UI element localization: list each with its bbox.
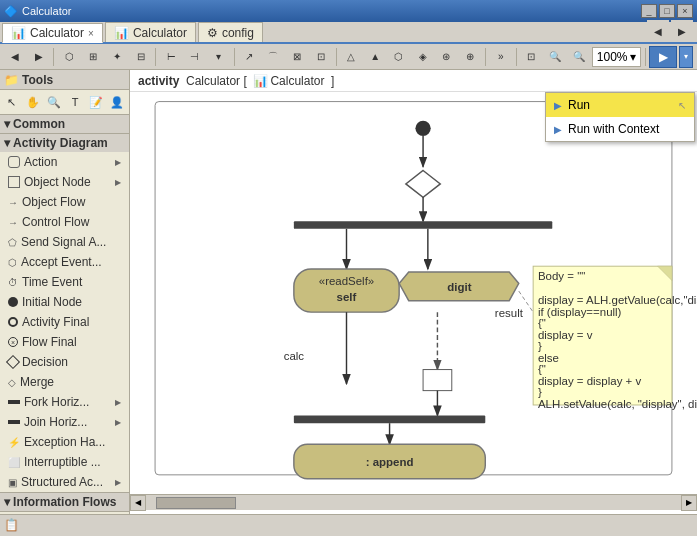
object-node-icon: [8, 176, 20, 188]
object-node-label: Object Node: [24, 175, 91, 189]
panel-item-accept-event[interactable]: ⬡ Accept Event...: [0, 252, 129, 272]
tool10[interactable]: ◈: [412, 46, 434, 68]
panel-item-structured-ac[interactable]: ▣ Structured Ac... ▶: [0, 472, 129, 492]
panel-item-time-event[interactable]: ⏱ Time Event: [0, 272, 129, 292]
send-signal-icon: ⬠: [8, 237, 17, 248]
pointer-tool[interactable]: ↖: [2, 92, 21, 112]
back-button[interactable]: ◀: [4, 46, 26, 68]
object-node-arrow: ▶: [115, 178, 121, 187]
info-flows-title[interactable]: ▾ Information Flows: [0, 493, 129, 511]
hand-tool[interactable]: ✋: [23, 92, 42, 112]
connect-tool[interactable]: ↗: [239, 46, 261, 68]
tool7[interactable]: △: [340, 46, 362, 68]
more-tools[interactable]: »: [490, 46, 512, 68]
tool5[interactable]: ⊠: [286, 46, 308, 68]
activity-diagram-title[interactable]: ▾ Activity Diagram: [0, 134, 129, 152]
panel-item-action[interactable]: Action ▶: [0, 152, 129, 172]
merge-label: Merge: [20, 375, 54, 389]
accept-event-icon: ⬡: [8, 257, 17, 268]
align-tool[interactable]: ⊢: [160, 46, 182, 68]
action-label: Action: [24, 155, 57, 169]
zoom-tool[interactable]: 🔍: [44, 92, 63, 112]
tab-label-calculator2: Calculator: [133, 26, 187, 40]
tool9[interactable]: ⬡: [388, 46, 410, 68]
minimize-button[interactable]: _: [641, 4, 657, 18]
tool6[interactable]: ⊡: [310, 46, 332, 68]
panel-item-object-flow[interactable]: → Object Flow: [0, 192, 129, 212]
svg-rect-31: [423, 370, 452, 391]
run-menu-item[interactable]: ▶ Run ↖: [546, 93, 694, 117]
svg-rect-13: [533, 266, 672, 405]
close-button[interactable]: ×: [677, 4, 693, 18]
tab-config[interactable]: ⚙ config: [198, 22, 263, 42]
tools-header[interactable]: 📁 Tools: [0, 70, 129, 90]
panel-item-activity-final[interactable]: Activity Final: [0, 312, 129, 332]
control-flow-icon: →: [8, 217, 18, 228]
svg-text:digit: digit: [447, 281, 471, 293]
panel-item-interruptible[interactable]: ⬜ Interruptible ...: [0, 452, 129, 472]
horizontal-scrollbar[interactable]: ◀ ▶: [130, 494, 697, 510]
title-bar: 🔷 Calculator _ □ ×: [0, 0, 697, 22]
tab-calculator2[interactable]: 📊 Calculator: [105, 22, 196, 42]
panel-item-decision[interactable]: Decision: [0, 352, 129, 372]
canvas-content[interactable]: «readSelf» self digit result Body = "" d…: [130, 92, 697, 494]
panel-item-merge[interactable]: ◇ Merge: [0, 372, 129, 392]
decision-icon: [6, 355, 20, 369]
zoom-in[interactable]: 🔍: [568, 46, 590, 68]
common-label: Common: [13, 117, 65, 131]
scroll-left-btn[interactable]: ◀: [130, 495, 146, 511]
panel-item-flow-final[interactable]: × Flow Final: [0, 332, 129, 352]
run-dropdown-arrow[interactable]: ▾: [679, 46, 693, 68]
exception-ha-icon: ⚡: [8, 437, 20, 448]
svg-text:: append: : append: [366, 456, 414, 468]
scroll-thumb-h[interactable]: [156, 497, 236, 509]
svg-text:else: else: [538, 352, 559, 364]
tab-calculator1[interactable]: 📊 Calculator ×: [2, 23, 103, 43]
zoom-dropdown[interactable]: 100% ▾: [592, 47, 641, 67]
tool-buttons-row: ↖ ✋ 🔍 T 📝 👤: [0, 90, 129, 115]
tab-close-calculator1[interactable]: ×: [88, 28, 94, 39]
panel-item-join-horiz[interactable]: Join Horiz... ▶: [0, 412, 129, 432]
select-tool[interactable]: ⬡: [58, 46, 80, 68]
line-tool[interactable]: ⌒: [262, 46, 284, 68]
panel-item-exception-ha[interactable]: ⚡ Exception Ha...: [0, 432, 129, 452]
tool2[interactable]: ⊞: [82, 46, 104, 68]
nav-left-button[interactable]: ◀: [647, 20, 669, 42]
common-section-title[interactable]: ▾ Common: [0, 115, 129, 133]
title-bar-text: Calculator: [22, 5, 641, 17]
accept-event-label: Accept Event...: [21, 255, 102, 269]
dropdown-arrow1[interactable]: ▾: [208, 46, 230, 68]
run-button[interactable]: ▶: [649, 46, 677, 68]
run-menu-icon: ▶: [554, 100, 562, 111]
text-tool[interactable]: T: [66, 92, 85, 112]
tool8[interactable]: ▲: [364, 46, 386, 68]
tool4[interactable]: ⊟: [130, 46, 152, 68]
panel-item-fork-horiz[interactable]: Fork Horiz... ▶: [0, 392, 129, 412]
nav-right-button[interactable]: ▶: [671, 20, 693, 42]
zoom-out[interactable]: 🔍: [544, 46, 566, 68]
tool3[interactable]: ✦: [106, 46, 128, 68]
run-context-menu-item[interactable]: ▶ Run with Context: [546, 117, 694, 141]
tool12[interactable]: ⊕: [459, 46, 481, 68]
tab-label-config: config: [222, 26, 254, 40]
svg-text:display = display + v: display = display + v: [538, 375, 642, 387]
tool11[interactable]: ⊛: [435, 46, 457, 68]
panel-item-send-signal[interactable]: ⬠ Send Signal A...: [0, 232, 129, 252]
panel-scroll-down[interactable]: ▼: [0, 512, 129, 514]
panel-item-initial-node[interactable]: Initial Node: [0, 292, 129, 312]
svg-marker-2: [406, 170, 440, 197]
note-tool[interactable]: 📝: [87, 92, 106, 112]
scroll-right-btn[interactable]: ▶: [681, 495, 697, 511]
header-diagram-icon: 📊: [253, 74, 268, 88]
join-horiz-arrow: ▶: [115, 418, 121, 427]
forward-button[interactable]: ▶: [28, 46, 50, 68]
zoom-fit[interactable]: ⊡: [521, 46, 543, 68]
structured-ac-arrow: ▶: [115, 478, 121, 487]
distribute-tool[interactable]: ⊣: [184, 46, 206, 68]
panel-item-control-flow[interactable]: → Control Flow: [0, 212, 129, 232]
user-tool[interactable]: 👤: [108, 92, 127, 112]
tab-icon-config: ⚙: [207, 26, 218, 40]
panel-item-object-node[interactable]: Object Node ▶: [0, 172, 129, 192]
maximize-button[interactable]: □: [659, 4, 675, 18]
activity-diagram-section: ▾ Activity Diagram Action ▶ Object Node …: [0, 134, 129, 493]
